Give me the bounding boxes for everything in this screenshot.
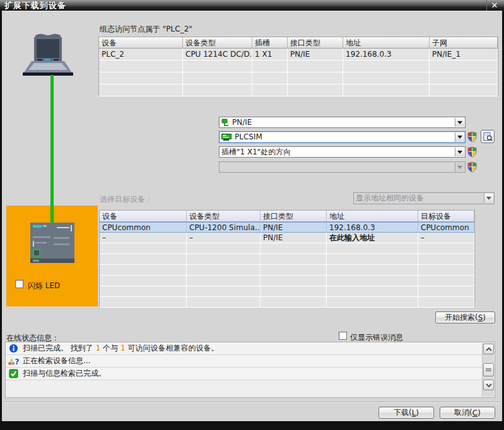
dropdown-arrow[interactable] <box>455 132 464 142</box>
table-row-empty <box>100 265 474 276</box>
download-button[interactable]: 下载(L) <box>378 407 434 419</box>
table-row-selected[interactable]: CPUcommon CPU-1200 Simula... PN/IE 192.1… <box>100 222 474 233</box>
flash-led-label: 闪烁 LED <box>28 281 60 291</box>
column-header: 接口类型 <box>288 37 343 49</box>
table-row-empty <box>100 276 474 286</box>
pg-laptop-icon <box>16 31 79 79</box>
dropdown-arrow <box>455 163 464 171</box>
column-header: 设备类型 <box>187 211 261 222</box>
scrollbar-thumb[interactable] <box>483 363 494 376</box>
table-row-address-entry[interactable]: – – PN/IE 在此输入地址 – <box>100 233 474 243</box>
column-header: 目标设备 <box>418 211 474 222</box>
dialog-title: 扩展下载到设备 <box>4 0 66 11</box>
pgpc-interface-value: PLCSIM <box>235 132 465 142</box>
chevron-down-icon <box>486 383 492 387</box>
shield-flag-icon <box>467 131 478 144</box>
pnie-network-icon <box>221 119 230 127</box>
target-devices-table: 设备 设备类型 接口类型 地址 目标设备 CPUcommon CPU-1200 … <box>99 210 475 307</box>
filter-value: 显示地址相同的设备 <box>356 194 494 203</box>
status-row: ? 正在检索设备信息... <box>6 355 482 368</box>
close-icon: ✕ <box>491 1 498 10</box>
dropdown-arrow[interactable] <box>455 148 464 156</box>
column-header: 地址 <box>327 211 418 222</box>
status-message-list: 扫描已完成。 找到了 1 个与 1 可访问设备相兼容的设备。 ? 正在检索设备信… <box>5 342 495 398</box>
separator <box>3 402 501 403</box>
chevron-up-icon <box>486 347 492 351</box>
dropdown-arrow[interactable] <box>455 118 464 127</box>
magnifier-window-icon <box>483 132 493 141</box>
table-row-empty <box>99 61 498 73</box>
pgpc-type-value: PN/IE <box>232 118 465 127</box>
show-accessible-devices-button[interactable] <box>481 130 495 143</box>
enter-address-cell[interactable]: 在此输入地址 <box>327 233 418 243</box>
scroll-down-button[interactable] <box>483 380 494 390</box>
only-errors-checkbox[interactable] <box>339 332 347 340</box>
shield-flag-icon <box>467 161 478 175</box>
scroll-up-button[interactable] <box>483 344 494 354</box>
table-row-empty <box>99 73 498 84</box>
info-icon <box>8 344 19 353</box>
column-header: 设备 <box>99 37 183 49</box>
table-row-empty <box>99 84 498 96</box>
dialog-titlebar: 扩展下载到设备 ✕ <box>0 0 504 11</box>
table-header-row: 设备 设备类型 接口类型 地址 目标设备 <box>100 211 474 222</box>
network-card-icon <box>221 134 232 141</box>
column-header: 接口类型 <box>261 211 327 222</box>
connection-value: 插槽"1 X1"处的方向 <box>221 148 465 157</box>
table-row-empty <box>100 243 474 254</box>
shield-flag-icon <box>467 146 478 160</box>
column-header: 插槽 <box>252 37 288 49</box>
scrollbar[interactable] <box>482 343 494 397</box>
cancel-button[interactable]: 取消(C) <box>440 407 495 419</box>
configured-nodes-caption: 组态访问节点属于 "PLC_2" <box>100 24 192 35</box>
flash-led-checkbox[interactable] <box>15 280 23 288</box>
select-target-label: 选择目标设备： <box>100 194 153 205</box>
retrieving-info-icon: ? <box>8 356 19 366</box>
column-header: 设备 <box>100 211 187 222</box>
gateway-combo <box>219 161 466 173</box>
column-header: 地址 <box>343 37 430 49</box>
column-header: 子网 <box>430 37 498 49</box>
start-search-button[interactable]: 开始搜索(S) <box>435 311 495 323</box>
column-header: 设备类型 <box>183 37 252 49</box>
dialog-body: 组态访问节点属于 "PLC_2" 设备 设备类型 插槽 接口类型 地址 子网 P… <box>2 11 502 421</box>
show-devices-filter-combo[interactable]: 显示地址相同的设备 <box>353 192 495 204</box>
table-row-empty <box>100 254 474 265</box>
table-row-empty <box>100 286 474 297</box>
success-check-icon <box>8 369 19 378</box>
svg-text:?: ? <box>15 357 20 366</box>
table-row-empty <box>100 297 474 308</box>
pgpc-interface-combo[interactable]: PLCSIM <box>219 131 466 143</box>
connection-combo[interactable]: 插槽"1 X1"处的方向 <box>219 146 466 158</box>
plc-device-image <box>30 223 74 263</box>
table-header-row: 设备 设备类型 插槽 接口类型 地址 子网 <box>99 37 498 49</box>
configured-nodes-table: 设备 设备类型 插槽 接口类型 地址 子网 PLC_2 CPU 1214C DC… <box>98 37 498 96</box>
status-row: 扫描与信息检索已完成。 <box>6 368 482 380</box>
connection-cable <box>50 206 54 224</box>
dropdown-arrow[interactable] <box>484 194 493 203</box>
close-button[interactable]: ✕ <box>486 0 502 11</box>
pgpc-type-combo[interactable]: PN/IE <box>219 117 466 128</box>
status-row: 扫描已完成。 找到了 1 个与 1 可访问设备相兼容的设备。 <box>6 342 482 355</box>
connection-cable <box>50 75 54 225</box>
table-row[interactable]: PLC_2 CPU 1214C DC/D... 1 X1 PN/IE 192.1… <box>99 49 498 61</box>
